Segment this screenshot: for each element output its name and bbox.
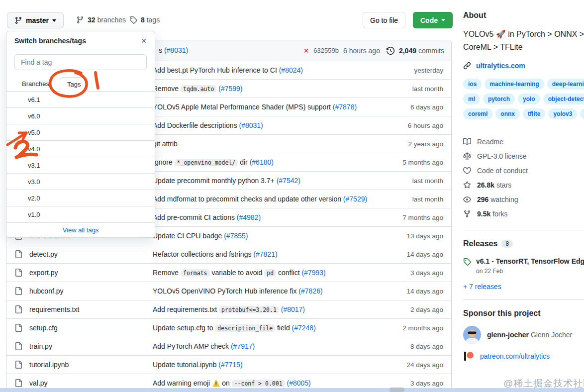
commit-message[interactable]: Add PyTorch AMP check (#7917) <box>153 342 386 350</box>
commit-date[interactable]: 13 days ago <box>386 232 451 240</box>
commits-count-link[interactable]: 2,049 commits <box>399 47 444 55</box>
branch-selector-button[interactable]: master <box>7 12 64 28</box>
commit-message[interactable]: YOLOv5 OpenVINO PyTorch Hub inference fi… <box>153 287 386 295</box>
sponsor-username[interactable]: glenn-jocher <box>487 331 529 339</box>
branches-count-link[interactable]: 32 branches <box>76 16 126 24</box>
sponsor-patreon-row[interactable]: patreon.com/ultralytics <box>463 351 584 362</box>
avatar[interactable] <box>463 326 481 344</box>
tags-count-link[interactable]: 8 tags <box>129 16 160 24</box>
commit-date[interactable]: 3 days ago <box>386 269 451 277</box>
pr-link[interactable]: (#7855) <box>224 232 248 240</box>
go-to-file-button[interactable]: Go to file <box>363 12 405 28</box>
pr-link[interactable]: (#8017) <box>281 305 305 313</box>
commit-message[interactable]: Update precommit monthly python 3.7+ (#7… <box>153 177 386 185</box>
tag-list-item[interactable]: v4.0 <box>6 141 155 157</box>
pr-link[interactable]: (#7599) <box>218 85 242 93</box>
commit-message[interactable]: Ignore *_openvino_model/ dir (#6180) <box>153 158 386 166</box>
commit-date[interactable]: 2 months ago <box>386 324 451 332</box>
pr-link[interactable]: (#8031) <box>164 46 188 54</box>
pr-link[interactable]: (#7993) <box>301 269 325 277</box>
file-name-link[interactable]: hubconf.py <box>29 287 64 295</box>
commit-date[interactable]: 8 days ago <box>386 343 451 350</box>
file-name-link[interactable]: val.py <box>29 379 48 387</box>
commit-message[interactable]: Refactor collections and fstrings (#7821… <box>153 250 386 258</box>
topic-pill[interactable]: object-detection <box>543 94 584 104</box>
scrollbar-thumb[interactable] <box>389 388 404 392</box>
commit-message[interactable]: Add best.pt PyTorch Hub inference to CI … <box>153 66 386 74</box>
ci-failed-x-icon[interactable]: ✕ <box>303 47 309 55</box>
topic-pill[interactable]: onnx <box>495 108 520 119</box>
commit-date[interactable]: last month <box>386 85 451 93</box>
topic-pill[interactable]: machine-learning <box>485 79 544 90</box>
commit-date[interactable]: 6 hours ago <box>386 122 451 129</box>
commit-message[interactable]: Add requirements.txt protobuf<=3.20.1 (#… <box>153 305 386 313</box>
tag-list-item[interactable]: v3.0 <box>6 174 155 190</box>
pr-link[interactable]: (#7917) <box>231 342 255 350</box>
commit-date[interactable]: 14 days ago <box>386 288 451 295</box>
sidebar-meta-item[interactable]: Code of conduct <box>463 163 584 178</box>
commit-message[interactable]: Add pre-commit CI actions (#4982) <box>153 213 386 221</box>
file-name-cell[interactable]: requirements.txt <box>6 305 153 313</box>
sidebar-meta-item[interactable]: Readme <box>463 134 584 149</box>
pr-link[interactable]: (#7826) <box>298 287 322 295</box>
commit-message[interactable]: Update CI CPU badge (#7855) <box>153 232 386 240</box>
sidebar-meta-item[interactable]: GPL-3.0 license <box>463 149 584 163</box>
close-icon[interactable]: ✕ <box>141 37 147 45</box>
sidebar-meta-item[interactable]: 9.5k forks <box>463 206 584 221</box>
tag-list-item[interactable]: v3.1 <box>6 157 155 174</box>
commit-date[interactable]: 3 days ago <box>386 380 451 387</box>
topic-pill[interactable]: yolo <box>518 94 540 104</box>
commit-message[interactable]: Add mdformat to precommit checks and upd… <box>153 195 386 203</box>
topic-pill[interactable]: deep-learning <box>547 79 584 90</box>
commit-message[interactable]: Add warning emoji ⚠️ on --conf > 0.001 (… <box>153 379 386 387</box>
pr-link[interactable]: (#4982) <box>237 213 261 221</box>
pr-link[interactable]: (#8024) <box>279 66 303 74</box>
view-all-tags-link[interactable]: View all tags <box>63 226 99 234</box>
file-name-cell[interactable]: detect.py <box>6 250 153 258</box>
topic-pill[interactable]: yolov5 <box>580 108 584 119</box>
commit-date[interactable]: 6 days ago <box>386 103 451 111</box>
releases-heading[interactable]: Releases <box>463 239 497 248</box>
pr-link[interactable]: (#7248) <box>292 324 316 332</box>
pr-link[interactable]: (#7878) <box>333 103 357 111</box>
tag-list-item[interactable]: v5.0 <box>6 124 155 141</box>
website-link[interactable]: ultralytics.com <box>476 62 525 70</box>
file-name-cell[interactable]: val.py <box>6 379 153 387</box>
commit-date[interactable]: 2 days ago <box>386 306 451 313</box>
tag-list-item[interactable]: v6.1 <box>6 92 155 108</box>
commit-message[interactable]: Remove tqdm.auto (#7599) <box>153 85 386 93</box>
tag-list-item[interactable]: v2.0 <box>6 190 155 206</box>
commit-date[interactable]: last month <box>386 177 451 185</box>
file-name-link[interactable]: tutorial.ipynb <box>29 361 69 369</box>
find-tag-input[interactable] <box>14 54 147 70</box>
commit-date[interactable]: last month <box>386 196 451 203</box>
tab-branches[interactable]: Branches <box>14 77 57 91</box>
commit-message[interactable]: YOLOv5 Apple Metal Performance Shader (M… <box>153 103 386 111</box>
file-name-link[interactable]: train.py <box>29 342 52 350</box>
latest-commit-message[interactable]: s (#8031) <box>159 46 188 54</box>
file-name-cell[interactable]: setup.cfg <box>6 324 153 332</box>
tag-list-item[interactable]: v1.0 <box>6 206 155 223</box>
pr-link[interactable]: (#7529) <box>343 195 367 203</box>
pr-link[interactable]: (#8031) <box>239 121 263 129</box>
tag-list-item[interactable]: v6.0 <box>6 108 155 124</box>
pr-link[interactable]: (#7821) <box>253 250 277 258</box>
release-title[interactable]: v6.1 - TensorRT, TensorFlow Edg... <box>476 257 584 265</box>
file-name-link[interactable]: export.py <box>29 269 58 277</box>
code-button[interactable]: Code <box>413 12 453 28</box>
pr-link[interactable]: (#8005) <box>287 379 310 387</box>
commit-date[interactable]: 24 days ago <box>386 361 451 369</box>
topic-pill[interactable]: yolov3 <box>548 108 577 119</box>
file-name-link[interactable]: setup.cfg <box>29 324 58 332</box>
tab-tags[interactable]: Tags <box>60 77 88 92</box>
latest-release[interactable]: v6.1 - TensorRT, TensorFlow Edg... <box>463 257 584 266</box>
pr-link[interactable]: (#7542) <box>277 177 300 185</box>
sidebar-meta-item[interactable]: 296 watching <box>463 192 584 206</box>
pr-link[interactable]: (#6180) <box>250 158 274 166</box>
sidebar-meta-item[interactable]: 26.8k stars <box>463 178 584 192</box>
commit-date[interactable]: 7 months ago <box>386 214 451 221</box>
file-name-link[interactable]: requirements.txt <box>29 305 79 313</box>
patreon-link[interactable]: patreon.com/ultralytics <box>480 352 550 360</box>
commit-sha[interactable]: 632559b <box>313 47 339 54</box>
commit-message[interactable]: Add Dockerfile descriptions (#8031) <box>153 121 386 129</box>
